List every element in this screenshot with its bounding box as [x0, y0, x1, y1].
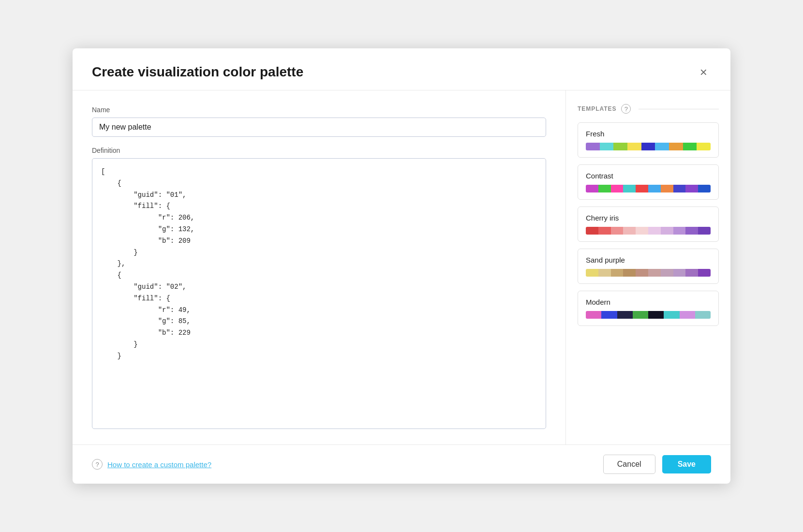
- dialog-footer: ? How to create a custom palette? Cancel…: [73, 444, 730, 484]
- templates-help-icon[interactable]: ?: [621, 104, 631, 114]
- footer-help-icon[interactable]: ?: [92, 459, 103, 470]
- template-name-sand-purple: Sand purple: [586, 256, 711, 264]
- template-name-cherry-iris: Cherry iris: [586, 214, 711, 222]
- definition-label: Definition: [92, 147, 546, 154]
- template-card-fresh[interactable]: Fresh: [578, 122, 719, 158]
- templates-header: TEMPLATES ?: [578, 104, 719, 114]
- name-label: Name: [92, 106, 546, 114]
- definition-textarea[interactable]: [ { "guid": "01", "fill": { "r": 206, "g…: [92, 158, 546, 429]
- template-name-fresh: Fresh: [586, 130, 711, 138]
- template-palette-fresh: [586, 143, 711, 150]
- footer-right: Cancel Save: [603, 455, 711, 474]
- create-palette-dialog: Create visualization color palette × Nam…: [73, 48, 730, 484]
- side-panel: TEMPLATES ? Fresh: [566, 90, 730, 444]
- templates-label: TEMPLATES: [578, 105, 616, 112]
- dialog-header: Create visualization color palette ×: [73, 48, 730, 90]
- cancel-button[interactable]: Cancel: [603, 455, 655, 474]
- template-card-contrast[interactable]: Contrast: [578, 164, 719, 200]
- template-palette-cherry-iris: [586, 227, 711, 235]
- template-card-modern[interactable]: Modern: [578, 291, 719, 326]
- save-button[interactable]: Save: [662, 455, 711, 473]
- main-panel: Name Definition [ { "guid": "01", "fill"…: [73, 90, 566, 444]
- template-palette-modern: [586, 311, 711, 319]
- footer-left: ? How to create a custom palette?: [92, 459, 211, 470]
- template-palette-sand-purple: [586, 269, 711, 277]
- name-field-group: Name: [92, 106, 546, 137]
- template-palette-contrast: [586, 185, 711, 192]
- definition-field-group: Definition [ { "guid": "01", "fill": { "…: [92, 147, 546, 429]
- template-card-sand-purple[interactable]: Sand purple: [578, 249, 719, 284]
- templates-divider: [639, 109, 719, 109]
- dialog-title: Create visualization color palette: [92, 64, 303, 80]
- template-name-contrast: Contrast: [586, 172, 711, 180]
- help-link[interactable]: How to create a custom palette?: [107, 460, 211, 469]
- close-button[interactable]: ×: [696, 64, 711, 80]
- name-input[interactable]: [92, 118, 546, 137]
- template-card-cherry-iris[interactable]: Cherry iris: [578, 207, 719, 242]
- dialog-body: Name Definition [ { "guid": "01", "fill"…: [73, 90, 730, 444]
- template-name-modern: Modern: [586, 298, 711, 306]
